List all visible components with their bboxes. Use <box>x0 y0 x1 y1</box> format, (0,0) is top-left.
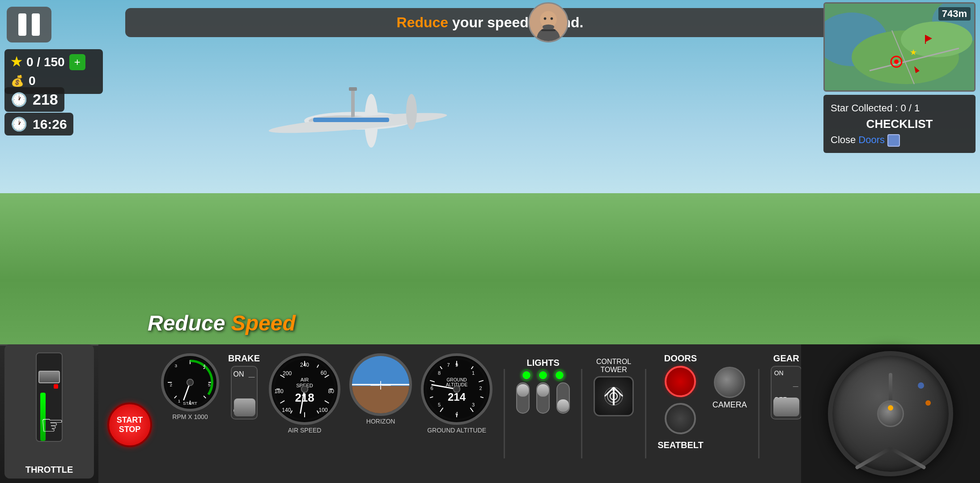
svg-text:180: 180 <box>275 388 284 394</box>
time-value: 16:26 <box>33 117 67 132</box>
panel-divider-4 <box>758 369 759 458</box>
antenna-icon <box>600 383 627 410</box>
light-indicator-2 <box>538 370 548 380</box>
star-count: 0 / 150 <box>26 53 65 72</box>
toggle-knob-1 <box>517 384 529 397</box>
svg-text:1: 1 <box>472 370 475 376</box>
horizon-label: HORIZON <box>366 418 395 425</box>
minimap-distance: 743m <box>938 7 971 21</box>
svg-text:2: 2 <box>170 382 173 387</box>
start-stop-button[interactable]: STARTSTOP <box>107 402 152 447</box>
svg-point-37 <box>187 379 194 386</box>
svg-point-67 <box>301 386 308 393</box>
hand-cursor-icon: ☞ <box>40 409 64 441</box>
ground-altitude-gauge: 9 1 2 3 4 5 6 8 7 GROUND ALTITUDE 214 <box>421 353 492 425</box>
lights-section: LIGHTS <box>516 358 570 414</box>
wheel-center-dot <box>888 405 893 411</box>
svg-text:140: 140 <box>282 407 291 413</box>
panel-divider-3 <box>645 369 646 458</box>
doors-switch-on[interactable] <box>665 366 696 397</box>
gear-toggle[interactable]: ON — OFF — <box>771 366 802 419</box>
ground-altitude-label: GROUND ALTITUDE <box>427 427 486 434</box>
svg-point-12 <box>543 25 554 30</box>
brake-on-dash: — <box>249 373 255 380</box>
pause-bar-left <box>18 13 26 36</box>
start-stop-label: STARTSTOP <box>117 415 143 434</box>
checklist-checkbox[interactable] <box>887 134 900 147</box>
svg-point-6 <box>406 94 417 130</box>
gear-header: GEAR <box>773 353 799 364</box>
toggle-switch-2[interactable] <box>536 382 550 414</box>
svg-rect-4 <box>349 87 357 91</box>
toggle-switch-1[interactable] <box>516 382 530 414</box>
svg-text:START: START <box>183 401 197 406</box>
pilot-face <box>530 4 567 41</box>
svg-text:★: ★ <box>910 48 917 57</box>
rpm-gauge-svg: 3 4 2 5 1 START <box>164 356 216 409</box>
doors-blue-label: Doors <box>858 134 885 145</box>
star-collected-label: Star Collected : 0 / 1 <box>831 99 968 117</box>
spoke-3 <box>855 447 891 470</box>
pause-button[interactable] <box>7 7 51 42</box>
svg-text:100: 100 <box>319 407 328 413</box>
doors-header: DOORS <box>664 353 697 364</box>
svg-point-24 <box>894 59 899 64</box>
camera-label: CAMERA <box>713 400 747 410</box>
star-row: ★ 0 / 150 + <box>11 53 97 72</box>
light-indicator-1 <box>522 370 531 380</box>
wheel-center <box>877 400 904 427</box>
rpm-label: RPM X 1000 <box>172 413 208 420</box>
brake-on-label: ON <box>233 370 244 378</box>
toggle-switch-3[interactable] <box>556 382 570 414</box>
svg-text:6: 6 <box>431 386 433 391</box>
steering-wheel[interactable] <box>828 351 953 476</box>
clock-icon: 🕐 <box>11 116 27 132</box>
ground-altitude-group: 9 1 2 3 4 5 6 8 7 GROUND ALTITUDE 214 <box>421 349 492 434</box>
svg-rect-11 <box>541 30 556 31</box>
toggle-switches-row <box>516 382 570 414</box>
svg-text:2: 2 <box>479 386 482 391</box>
seatbelt-header: SEATBELT <box>658 440 704 450</box>
control-tower-button[interactable] <box>594 376 634 416</box>
instruction-banner: Reduce your speed to land. <box>125 8 855 37</box>
svg-text:4: 4 <box>203 363 206 368</box>
brake-toggle[interactable]: ON — OFF — <box>231 366 258 419</box>
control-tower-label: CONTROLTOWER <box>596 358 631 374</box>
throttle-handle[interactable] <box>38 371 60 383</box>
pause-bar-right <box>32 13 40 36</box>
gear-on-label: ON <box>774 369 798 377</box>
time-display: 🕐 16:26 <box>4 113 73 136</box>
reduce-text: Reduce <box>148 311 231 335</box>
star-icon: ★ <box>11 53 22 72</box>
svg-text:3: 3 <box>174 363 177 368</box>
add-stars-button[interactable]: + <box>69 54 85 70</box>
spoke-2 <box>890 447 926 470</box>
toggle-body-1 <box>516 382 530 414</box>
toggle-knob-3 <box>557 399 569 412</box>
svg-text:5: 5 <box>438 402 441 407</box>
start-stop-col: STARTSTOP <box>107 349 152 447</box>
camera-section: CAMERA <box>713 367 747 410</box>
svg-text:60: 60 <box>321 370 327 376</box>
red-indicator <box>54 384 58 389</box>
instrument-panel: STARTSTOP <box>98 344 980 483</box>
horizon-gauge-group: —|— HORIZON <box>349 349 412 425</box>
reduce-speed-overlay: Reduce Speed <box>148 311 296 335</box>
close-doors-label: Close <box>831 134 858 145</box>
doors-switch-off[interactable] <box>665 403 696 434</box>
airspeed-gauge-group: 240 60 80 100 140 180 200 AIR SPEED 218 <box>269 349 340 434</box>
horizon-gauge: —|— <box>349 353 412 416</box>
speed-text: Speed <box>231 311 296 335</box>
gear-on-dash: — <box>774 383 798 390</box>
right-info-panel: Star Collected : 0 / 1 CHECKLIST Close D… <box>823 95 976 153</box>
pilot-avatar <box>528 2 568 42</box>
toggle-knob-2 <box>537 384 549 397</box>
camera-knob[interactable] <box>714 367 745 398</box>
control-tower-section: CONTROLTOWER <box>594 358 634 416</box>
svg-point-92 <box>454 386 460 393</box>
horizon-ground <box>352 386 409 413</box>
airspeed-gauge: 240 60 80 100 140 180 200 AIR SPEED 218 <box>269 353 340 425</box>
svg-rect-7 <box>313 118 389 122</box>
steering-wheel-section <box>801 344 980 483</box>
svg-text:GROUND: GROUND <box>447 377 467 382</box>
